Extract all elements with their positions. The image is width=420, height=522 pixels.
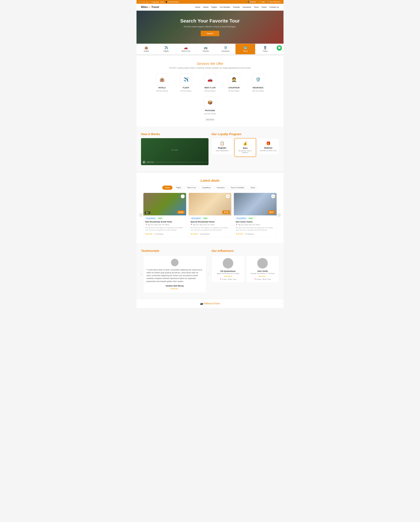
tab-tours-label: Tours xyxy=(243,50,247,52)
service-hotels[interactable]: 🏨 HOTELS 250 Tour Places xyxy=(152,74,172,92)
register-link[interactable]: 👤 Register xyxy=(247,1,256,3)
tab-hotels[interactable]: 🏨 Hotels xyxy=(137,44,156,54)
packages-service-name: PACKAGES xyxy=(205,109,215,112)
hero-section: Search Your Favorite Tour Find the world… xyxy=(137,11,283,44)
deal-rating-1: ★★★★☆ 42 Reviews xyxy=(145,232,184,235)
tab-insurance[interactable]: 🛡️ Insurance xyxy=(216,44,236,54)
service-flight[interactable]: ✈️ FLIGHT 80 Tour Places xyxy=(176,74,196,92)
fullscreen-icon[interactable]: ⛶ xyxy=(206,161,207,163)
influencer-stats-2: 📍 8 Cities 🗺 50+ Tours xyxy=(248,278,277,280)
deals-tab-tours-activities[interactable]: Tours & Activities xyxy=(228,185,247,190)
deals-nav-right[interactable]: › xyxy=(277,213,281,217)
deal-name-2[interactable]: Special Residential Hotels xyxy=(191,221,230,223)
video-player[interactable]: envato ▶ 0:00 / 0:14 ⛶ xyxy=(141,138,208,165)
service-packages[interactable]: 📦 PACKAGES 120 Tour Places xyxy=(200,96,220,115)
redeem-card-desc: Benefits at Same Time xyxy=(260,150,277,152)
deal-body-3: Accomdation Hotel New Somic Hotels 📍 Mp-… xyxy=(234,215,277,237)
top-bar: f t in g+ | Language Help 📱 Download App… xyxy=(137,0,283,4)
tab-flights[interactable]: ✈️ Flights xyxy=(156,44,176,54)
tab-transfer[interactable]: 🚌 Transfer xyxy=(196,44,216,54)
deals-tab-insurance[interactable]: Insurance xyxy=(214,185,227,190)
tab-insurance-label: Insurance xyxy=(221,50,229,52)
register-card-title: Register xyxy=(214,147,230,149)
car-icon: 🚗 xyxy=(184,46,188,49)
hotels-service-icon: 🏨 xyxy=(156,74,168,85)
loyalty-register[interactable]: 📋 Register Easy Registration xyxy=(212,138,233,155)
deal-location-2: 📍 Mp-214, New York, NY 10012 xyxy=(191,224,230,226)
tab-tours[interactable]: 🗺️ Tours xyxy=(236,44,255,54)
view-more-link[interactable]: View More xyxy=(141,118,279,120)
deal-name-1[interactable]: New Residential Somik Hotel xyxy=(145,221,184,223)
deals-tab-flights[interactable]: Flights xyxy=(173,185,184,190)
tab-transfer-label: Transfer xyxy=(202,50,209,52)
loyalty-earn[interactable]: 💰 Earn All partner under 1 platform xyxy=(235,138,256,157)
services-subtitle: The MOT Loyalty program offers a seamles… xyxy=(141,67,279,69)
testimonial-next-button[interactable]: › xyxy=(208,272,209,276)
nav-flights[interactable]: Flights xyxy=(211,6,217,8)
hotels-icon: 🏨 xyxy=(145,46,148,49)
logo[interactable]: Miles on Travel xyxy=(141,6,159,9)
service-chauffeur[interactable]: 🤵 CHAUFFEUR 90 Tour Places xyxy=(224,74,244,92)
deal-favorite-1[interactable]: ♡ xyxy=(181,194,185,198)
deal-name-3[interactable]: New Somic Hotels xyxy=(236,221,275,223)
nav-trains[interactable]: Trains xyxy=(261,6,267,8)
deals-nav-left[interactable]: ‹ xyxy=(139,213,143,217)
deal-stars-3: ★★★★☆ xyxy=(236,233,245,235)
testimonial-prev-button[interactable]: ‹ xyxy=(141,272,142,276)
insurance-icon: 🛡️ xyxy=(224,46,227,49)
logo-travel: Travel xyxy=(151,6,159,9)
nav-tours[interactable]: Tours xyxy=(254,6,259,8)
tours-icon: 🗺️ xyxy=(244,46,247,49)
language-dropdown[interactable]: Language xyxy=(152,1,159,3)
trains-icon: 🚆 xyxy=(263,46,267,49)
loyalty-redeem[interactable]: 🎁 Redeem Benefits at Same Time xyxy=(258,138,279,155)
influencer-card-2[interactable]: John Smith Canada Tour Advisor (7 Yrs Ex… xyxy=(246,256,279,283)
deal-stars-2: ★★★★☆ xyxy=(191,233,199,235)
video-progress[interactable] xyxy=(155,162,204,162)
deals-tab-chauffeurs[interactable]: Chauffeurs xyxy=(199,185,213,190)
linkedin-link[interactable]: in xyxy=(143,1,145,3)
deal-favorite-3[interactable]: ♥ xyxy=(271,194,275,198)
nav-contact[interactable]: Contact Us xyxy=(269,6,279,8)
rent-a-car-service-name: RENT A CAR xyxy=(205,87,215,89)
help-link[interactable]: Help xyxy=(160,1,164,3)
nav-insurance[interactable]: Insurance xyxy=(243,6,251,8)
nav-car-rentals[interactable]: Car Rentals xyxy=(220,6,230,8)
play-button[interactable]: ▶ xyxy=(143,161,145,164)
service-insurance[interactable]: 🛡️ INSURANCE 100 Tour Places xyxy=(248,74,268,92)
deal-location-3: 📍 Mp-214, New York, NY 10012 xyxy=(236,224,275,226)
deal-favorite-2[interactable]: ♥ xyxy=(226,194,230,198)
deals-title: Latest deals xyxy=(141,179,279,183)
facebook-link[interactable]: f xyxy=(139,1,140,3)
deal-desc-3: We denounce with righteous indignation a… xyxy=(236,227,275,231)
hero-content: Search Your Favorite Tour Find the world… xyxy=(180,18,240,36)
deal-reviews-3: 87 Reviews xyxy=(245,233,254,235)
influencer-card-1[interactable]: Sid Quebedeaux Japan Tour Advisor (6 Yrs… xyxy=(212,256,244,283)
googleplus-link[interactable]: g+ xyxy=(146,1,148,3)
tab-trains[interactable]: 🚆 Trains xyxy=(255,44,275,54)
download-app-link[interactable]: 📱 Download App xyxy=(165,1,178,3)
influencers-section: Our Influencers Sid Quebedeaux Japan Tou… xyxy=(212,249,279,293)
instagram-hashtag[interactable]: #MilesonTravel xyxy=(204,302,220,305)
services-section: Services We Offer The MOT Loyalty progra… xyxy=(137,56,283,126)
deal-price-2: $742 xyxy=(222,210,230,214)
chauffeur-service-icon: 🤵 xyxy=(228,74,240,85)
deals-tab-hotels[interactable]: Hotels xyxy=(162,185,173,190)
influencer-cities-2: 📍 8 Cities xyxy=(254,278,261,280)
badge-hotel-1: Hotel xyxy=(157,217,163,219)
twitter-link[interactable]: t xyxy=(141,1,142,3)
service-rent-a-car[interactable]: 🚗 RENT A CAR 60 Tour Places xyxy=(200,74,220,92)
dashboard-link[interactable]: ⚙️ My Dashboard xyxy=(267,1,281,3)
deal-badges-1: Accomdation Hotel xyxy=(145,217,184,219)
tab-rent-a-car[interactable]: 🚗 Rent A Car xyxy=(176,44,196,54)
deal-badges-3: Accomdation Hotel xyxy=(236,217,275,219)
nav-transfer[interactable]: Transfer xyxy=(233,6,240,8)
deals-tab-rent-a-car[interactable]: Rent A Car xyxy=(185,185,199,190)
hero-search-button[interactable]: Search xyxy=(201,31,219,36)
deals-tab-trains[interactable]: Trains xyxy=(248,185,258,190)
whatsapp-button[interactable]: 💬 xyxy=(277,45,282,51)
login-link[interactable]: 🔒 Login xyxy=(258,1,265,3)
testimonial-box: ❝ Lorem ipsum dolor sit amet, consectetu… xyxy=(143,256,206,293)
nav-hotels[interactable]: Hotels xyxy=(203,6,208,8)
nav-home[interactable]: Home xyxy=(195,6,200,8)
